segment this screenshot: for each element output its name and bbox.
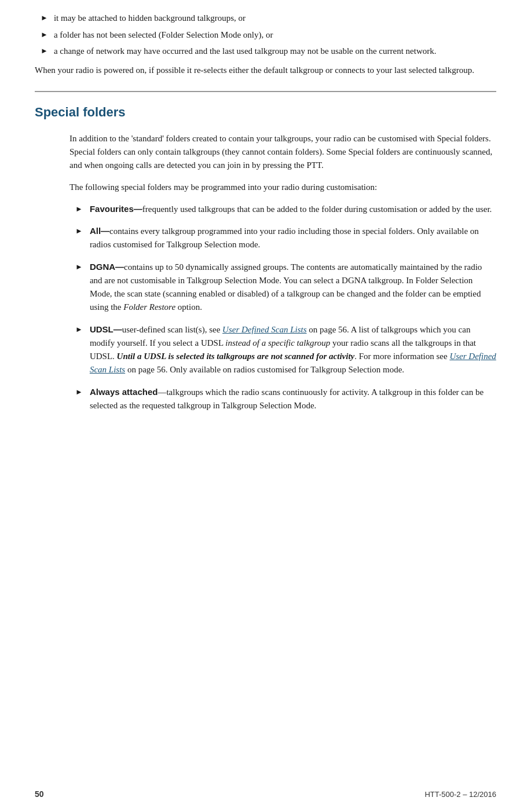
bullet-arrow-1: ► bbox=[41, 12, 48, 24]
bullet-text-2: a folder has not been selected (Folder S… bbox=[54, 28, 496, 42]
udsl-text-before-link1: user-defined scan list(s), see bbox=[122, 325, 222, 334]
bullet-item-2: ► a folder has not been selected (Folder… bbox=[35, 28, 496, 42]
desc-dgna-suffix: option. bbox=[175, 302, 202, 312]
list-text-dgna: DGNA—contains up to 50 dynamically assig… bbox=[90, 260, 496, 314]
list-item-favourites: ► Favourites—frequently used talkgroups … bbox=[69, 202, 496, 216]
section-heading: Special folders bbox=[35, 103, 496, 122]
list-item-dgna: ► DGNA—contains up to 50 dynamically ass… bbox=[69, 260, 496, 314]
bullet-text-1: it may be attached to hidden background … bbox=[54, 12, 496, 25]
term-always-attached: Always attached bbox=[90, 387, 158, 397]
top-bullet-section: ► it may be attached to hidden backgroun… bbox=[35, 12, 496, 58]
list-arrow-favourites: ► bbox=[75, 203, 83, 215]
list-section: ► Favourites—frequently used talkgroups … bbox=[69, 202, 496, 412]
desc-favourites: frequently used talkgroups that can be a… bbox=[142, 204, 492, 214]
udsl-italic-middle: instead of a specific talkgroup bbox=[225, 338, 330, 348]
list-arrow-udsl: ► bbox=[75, 324, 83, 335]
list-arrow-always-attached: ► bbox=[75, 386, 83, 398]
page-container: ► it may be attached to hidden backgroun… bbox=[0, 0, 531, 812]
bullet-item-3: ► a change of network may have occurred … bbox=[35, 45, 496, 58]
list-text-always-attached: Always attached—talkgroups which the rad… bbox=[90, 385, 496, 413]
body-paragraph-1: In addition to the 'standard' folders cr… bbox=[69, 132, 496, 173]
list-text-all: All—contains every talkgroup programmed … bbox=[90, 224, 496, 252]
udsl-link1-page: on page 56 bbox=[307, 325, 347, 334]
doc-reference: HTT-500-2 – 12/2016 bbox=[424, 789, 496, 800]
list-item-udsl: ► UDSL—user-defined scan list(s), see Us… bbox=[69, 323, 496, 377]
term-dgna: DGNA— bbox=[90, 262, 124, 272]
italic-folder-restore: Folder Restore bbox=[123, 302, 175, 312]
section-divider bbox=[35, 91, 496, 92]
footer: 50 HTT-500-2 – 12/2016 bbox=[35, 788, 496, 800]
udsl-link2-page: on page 56 bbox=[125, 365, 166, 374]
list-arrow-dgna: ► bbox=[75, 261, 83, 273]
udsl-text-end: . Only available on radios customised fo… bbox=[166, 365, 404, 374]
bullet-arrow-3: ► bbox=[41, 45, 48, 57]
list-text-favourites: Favourites—frequently used talkgroups th… bbox=[90, 202, 496, 216]
page-number: 50 bbox=[35, 788, 44, 800]
body-paragraph-2: The following special folders may be pro… bbox=[69, 181, 496, 194]
list-text-udsl: UDSL—user-defined scan list(s), see User… bbox=[90, 323, 496, 377]
term-favourites: Favourites— bbox=[90, 204, 142, 214]
desc-all: contains every talkgroup programmed into… bbox=[90, 226, 479, 249]
list-item-all: ► All—contains every talkgroup programme… bbox=[69, 224, 496, 252]
udsl-bold-italic: Until a UDSL is selected its talkgroups … bbox=[117, 352, 355, 361]
bullet-arrow-2: ► bbox=[41, 29, 48, 41]
list-item-always-attached: ► Always attached—talkgroups which the r… bbox=[69, 385, 496, 413]
udsl-link1[interactable]: User Defined Scan Lists bbox=[222, 325, 306, 334]
term-all: All— bbox=[90, 226, 109, 236]
term-udsl: UDSL— bbox=[90, 324, 122, 334]
indented-content: In addition to the 'standard' folders cr… bbox=[35, 132, 496, 412]
list-arrow-all: ► bbox=[75, 225, 83, 237]
bullet-text-3: a change of network may have occurred an… bbox=[54, 45, 496, 58]
intro-paragraph: When your radio is powered on, if possib… bbox=[35, 64, 496, 77]
udsl-text-before-link2: . For more information see bbox=[354, 352, 449, 361]
bullet-item-1: ► it may be attached to hidden backgroun… bbox=[35, 12, 496, 25]
